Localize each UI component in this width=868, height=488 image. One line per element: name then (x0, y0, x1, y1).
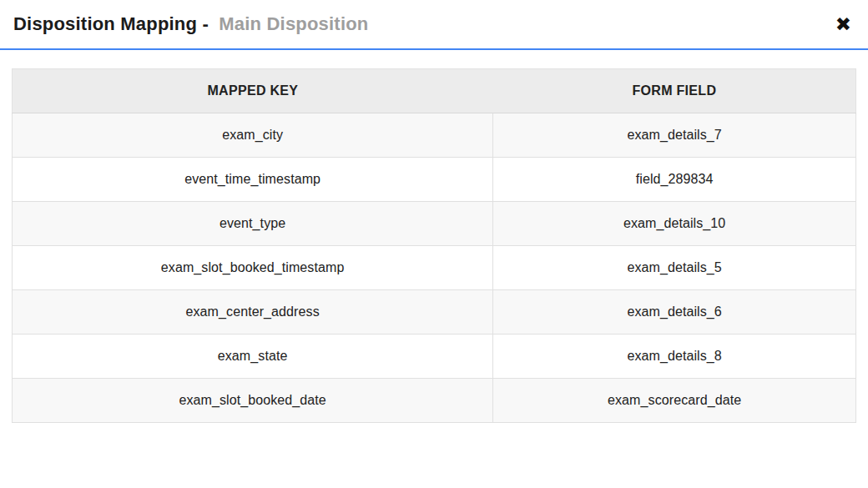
table-row: event_time_timestamp field_289834 (13, 158, 856, 202)
dialog-title-main: Disposition Mapping - (13, 13, 209, 34)
dialog-title: Disposition Mapping - Main Disposition (13, 13, 368, 35)
mapped-key-cell: exam_state (13, 335, 493, 379)
column-header-mapped-key: MAPPED KEY (13, 69, 493, 113)
mapped-key-cell: exam_city (13, 113, 493, 158)
table-row: exam_center_address exam_details_6 (13, 290, 856, 335)
table-row: exam_slot_booked_timestamp exam_details_… (13, 246, 856, 290)
mapped-key-cell: exam_slot_booked_timestamp (13, 246, 493, 290)
dialog-header: Disposition Mapping - Main Disposition ✖ (0, 0, 868, 50)
mapped-key-cell: exam_slot_booked_date (13, 379, 493, 423)
table-row: exam_city exam_details_7 (13, 113, 856, 158)
form-field-cell: exam_details_5 (493, 246, 856, 290)
table-row: exam_state exam_details_8 (13, 335, 856, 379)
mapped-key-cell: event_time_timestamp (13, 158, 493, 202)
mapping-table: MAPPED KEY FORM FIELD exam_city exam_det… (12, 68, 856, 423)
mapped-key-cell: exam_center_address (13, 290, 493, 335)
form-field-cell: exam_scorecard_date (493, 379, 856, 423)
close-icon[interactable]: ✖ (830, 12, 856, 38)
form-field-cell: exam_details_10 (493, 202, 856, 246)
table-row: event_type exam_details_10 (13, 202, 856, 246)
dialog-title-sub: Main Disposition (219, 13, 368, 34)
form-field-cell: exam_details_6 (493, 290, 856, 335)
table-row: exam_slot_booked_date exam_scorecard_dat… (13, 379, 856, 423)
form-field-cell: exam_details_8 (493, 335, 856, 379)
column-header-form-field: FORM FIELD (493, 69, 856, 113)
mapping-table-container: MAPPED KEY FORM FIELD exam_city exam_det… (12, 68, 856, 423)
table-header-row: MAPPED KEY FORM FIELD (13, 69, 856, 113)
form-field-cell: exam_details_7 (493, 113, 856, 158)
form-field-cell: field_289834 (493, 158, 856, 202)
mapped-key-cell: event_type (13, 202, 493, 246)
